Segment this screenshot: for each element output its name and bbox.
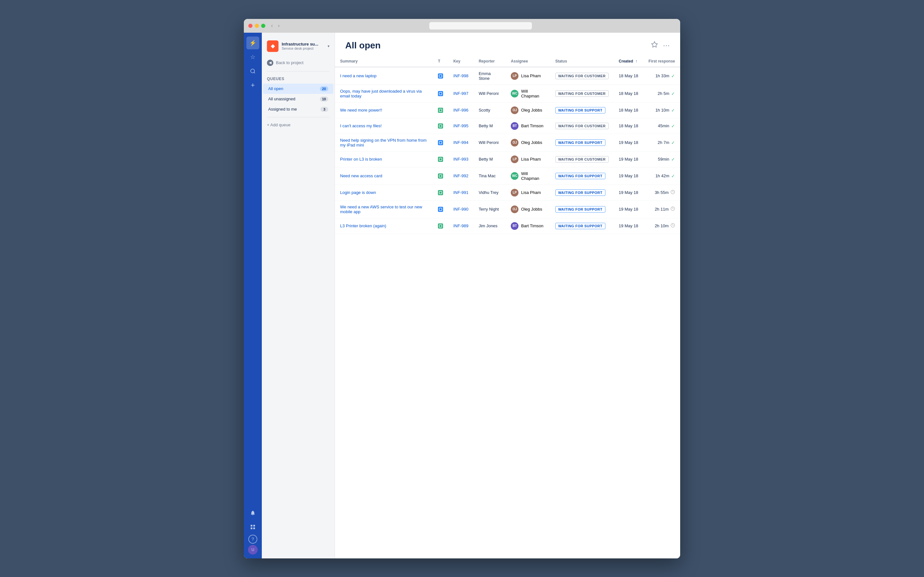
cell-status: WAITING FOR CUSTOMER bbox=[550, 118, 614, 134]
cell-created: 19 May 18 bbox=[614, 200, 644, 218]
url-input[interactable]: cloud.atlassian.net bbox=[429, 22, 532, 29]
assignee-name: Oleg Jobbs bbox=[521, 207, 542, 211]
key-text[interactable]: INF-990 bbox=[453, 207, 468, 211]
cell-created: 18 May 18 bbox=[614, 118, 644, 134]
summary-link[interactable]: Printer on L3 is broken bbox=[340, 157, 382, 161]
status-badge: WAITING FOR CUSTOMER bbox=[556, 156, 609, 163]
header-actions: ··· bbox=[651, 41, 670, 50]
response-time: 2h 7m bbox=[658, 140, 669, 145]
star-button[interactable] bbox=[651, 41, 658, 50]
cell-status: WAITING FOR SUPPORT bbox=[550, 134, 614, 151]
svg-marker-6 bbox=[651, 42, 657, 47]
table-header: Summary T Key Reporter Assignee Status C… bbox=[335, 56, 680, 67]
reporter-text: Tina Mac bbox=[479, 173, 496, 178]
status-badge: WAITING FOR SUPPORT bbox=[556, 223, 606, 229]
nav-icon-star[interactable]: ☆ bbox=[246, 51, 259, 63]
cell-status: WAITING FOR SUPPORT bbox=[550, 200, 614, 218]
nav-icon-help[interactable]: ? bbox=[248, 535, 257, 544]
nav-icon-grid[interactable] bbox=[246, 521, 259, 533]
cell-response: 1h 10m ✓ bbox=[643, 102, 680, 118]
cell-reporter: Betty M bbox=[473, 151, 506, 167]
summary-link[interactable]: We need more power!! bbox=[340, 108, 382, 113]
project-icon: ◆ bbox=[267, 40, 278, 52]
nav-icon-search[interactable] bbox=[246, 65, 259, 77]
forward-nav-button[interactable]: › bbox=[276, 22, 281, 29]
cell-summary: Need new access card bbox=[335, 167, 433, 185]
summary-link[interactable]: L3 Printer broken (again) bbox=[340, 223, 386, 228]
minimize-button[interactable] bbox=[255, 24, 259, 28]
reporter-text: Emma Stone bbox=[479, 71, 491, 81]
summary-link[interactable]: Login page is down bbox=[340, 190, 376, 195]
add-queue-button[interactable]: + Add queue bbox=[262, 120, 334, 130]
cell-assignee: OJ Oleg Jobbs bbox=[506, 200, 550, 218]
date-text: 19 May 18 bbox=[619, 190, 638, 195]
assignee-name: Bart Timson bbox=[521, 223, 543, 228]
cell-summary: We need more power!! bbox=[335, 102, 433, 118]
cell-key: INF-989 bbox=[448, 218, 473, 234]
svg-rect-8 bbox=[439, 92, 442, 95]
cell-response: 1h 42m ✓ bbox=[643, 167, 680, 185]
svg-rect-12 bbox=[439, 158, 442, 161]
back-nav-button[interactable]: ‹ bbox=[269, 22, 275, 29]
summary-link[interactable]: Oops, may have just downloaded a virus v… bbox=[340, 89, 422, 98]
nav-icon-plus[interactable]: + bbox=[246, 79, 259, 92]
cell-response: 3h 55m bbox=[643, 185, 680, 200]
nav-icon-bell[interactable] bbox=[246, 506, 259, 519]
date-text: 19 May 18 bbox=[619, 173, 638, 178]
summary-link[interactable]: Need help signing on the VPN from home f… bbox=[340, 138, 427, 147]
table-row: We need more power!! INF-996 Scotty OJ O… bbox=[335, 102, 680, 118]
maximize-button[interactable] bbox=[261, 24, 265, 28]
user-avatar-nav[interactable]: U bbox=[248, 545, 258, 554]
key-text[interactable]: INF-998 bbox=[453, 73, 468, 78]
cell-assignee: BT Bart Timson bbox=[506, 118, 550, 134]
cell-type bbox=[433, 200, 448, 218]
summary-link[interactable]: We need a new AWS service to test our ne… bbox=[340, 205, 422, 214]
queue-label-all-unassigned: All unassigned bbox=[268, 97, 296, 101]
key-text[interactable]: INF-992 bbox=[453, 173, 468, 178]
more-options-button[interactable]: ··· bbox=[663, 41, 670, 50]
key-text[interactable]: INF-994 bbox=[453, 140, 468, 145]
sidebar-header: ◆ Infrastructure su... Service desk proj… bbox=[262, 38, 334, 57]
cell-reporter: Terry Night bbox=[473, 200, 506, 218]
svg-rect-10 bbox=[439, 125, 442, 127]
cell-reporter: Jim Jones bbox=[473, 218, 506, 234]
summary-link[interactable]: Need new access card bbox=[340, 173, 383, 178]
close-button[interactable] bbox=[248, 24, 252, 28]
queue-item-all-open[interactable]: All open 20 bbox=[263, 84, 333, 94]
col-first-response: First response bbox=[643, 56, 680, 67]
project-dropdown-arrow[interactable]: ▾ bbox=[328, 44, 330, 48]
cell-status: WAITING FOR SUPPORT bbox=[550, 185, 614, 200]
key-text[interactable]: INF-996 bbox=[453, 108, 468, 113]
cell-type bbox=[433, 151, 448, 167]
assignee-name: Lisa Pham bbox=[521, 190, 541, 195]
cell-reporter: Will Peroni bbox=[473, 134, 506, 151]
clock-icon bbox=[670, 223, 675, 229]
assignee-name: Will Chapman bbox=[521, 171, 545, 181]
summary-link[interactable]: I can't access my files! bbox=[340, 123, 382, 128]
reporter-text: Terry Night bbox=[479, 207, 499, 211]
back-to-project-link[interactable]: ◀ Back to project bbox=[262, 57, 334, 69]
sort-arrow: ↑ bbox=[636, 59, 638, 63]
col-created[interactable]: Created ↑ bbox=[614, 56, 644, 67]
cell-key: INF-994 bbox=[448, 134, 473, 151]
summary-link[interactable]: I need a new laptop bbox=[340, 73, 376, 78]
back-icon: ◀ bbox=[267, 60, 273, 66]
project-name: Infrastructure su... bbox=[282, 42, 325, 47]
svg-rect-14 bbox=[439, 191, 442, 194]
check-icon: ✓ bbox=[671, 123, 675, 129]
svg-rect-4 bbox=[250, 527, 252, 529]
assignee-name: Oleg Jobbs bbox=[521, 108, 542, 113]
queue-item-all-unassigned[interactable]: All unassigned 10 bbox=[263, 94, 333, 104]
key-text[interactable]: INF-989 bbox=[453, 223, 468, 228]
cell-created: 18 May 18 bbox=[614, 85, 644, 102]
key-text[interactable]: INF-991 bbox=[453, 190, 468, 195]
queue-item-assigned-to-me[interactable]: Assigned to me 3 bbox=[263, 104, 333, 114]
key-text[interactable]: INF-993 bbox=[453, 157, 468, 161]
nav-icon-lightning[interactable]: ⚡ bbox=[246, 37, 259, 49]
table-row: Printer on L3 is broken INF-993 Betty M … bbox=[335, 151, 680, 167]
key-text[interactable]: INF-997 bbox=[453, 91, 468, 96]
key-text[interactable]: INF-995 bbox=[453, 123, 468, 128]
cell-reporter: Emma Stone bbox=[473, 67, 506, 85]
check-icon: ✓ bbox=[671, 140, 675, 145]
cell-type bbox=[433, 167, 448, 185]
